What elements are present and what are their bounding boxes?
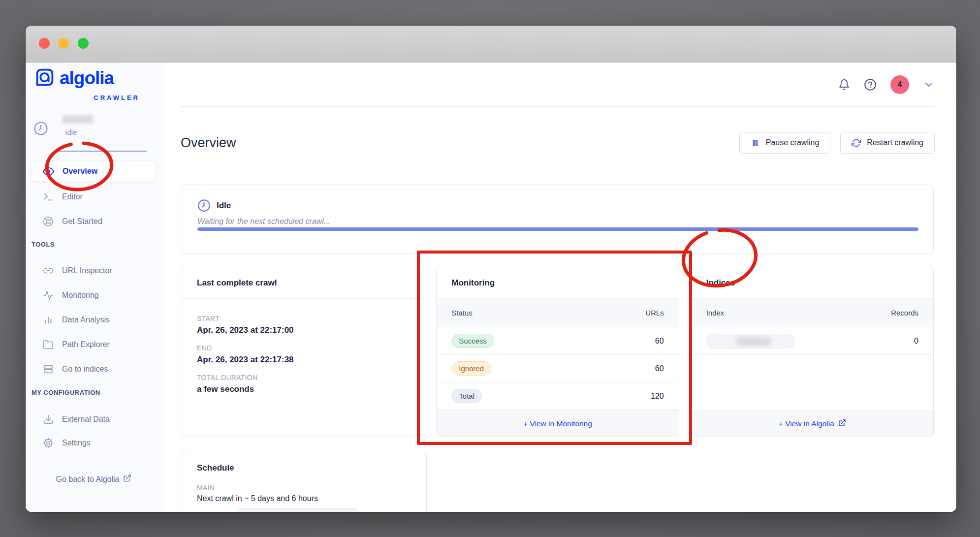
chevron-down-icon[interactable] <box>923 79 935 91</box>
url-count: 120 <box>651 392 664 401</box>
sidebar-item-overview[interactable]: Overview <box>26 162 156 180</box>
total-duration-label: TOTAL DURATION <box>197 374 409 381</box>
indices-card-footer: + View in Algolia <box>692 410 933 437</box>
page-title: Overview <box>181 135 236 151</box>
monitoring-table-header: Status URLs <box>437 299 678 327</box>
sidebar-item-monitoring[interactable]: Monitoring <box>26 286 156 304</box>
algolia-mark-icon <box>34 66 56 90</box>
sidebar-item-label: Go to indices <box>62 365 108 374</box>
records-column-header: Records <box>891 309 918 317</box>
url-count: 60 <box>655 337 664 346</box>
bar-chart-icon <box>43 315 54 325</box>
sidebar-item-label: Get Started <box>62 217 102 226</box>
sidebar-item-settings[interactable]: Settings <box>26 434 156 452</box>
banner-content: Idle Waiting for the next scheduled craw… <box>182 185 933 253</box>
download-icon <box>43 414 54 425</box>
url-count: 60 <box>655 364 664 373</box>
view-in-monitoring-link[interactable]: + View in Monitoring <box>523 419 592 428</box>
sidebar-item-label: Overview <box>63 167 97 176</box>
card-title: Monitoring <box>451 278 495 288</box>
sidebar-item-label: Editor <box>62 192 83 201</box>
minimize-window-button[interactable] <box>58 38 69 49</box>
brand-product-label: CRAWLER <box>26 94 140 101</box>
card-title: Schedule <box>197 463 234 473</box>
refresh-icon <box>852 138 861 148</box>
sidebar-item-get-started[interactable]: Get Started <box>26 213 156 230</box>
sidebar-item-url-inspector[interactable]: URL Inspector <box>26 262 156 280</box>
end-label: END <box>197 344 409 352</box>
start-value: Apr. 26, 2023 at 22:17:00 <box>197 325 409 335</box>
view-in-algolia-label: + View in Algolia <box>779 419 834 428</box>
terminal-icon <box>43 191 54 202</box>
sidebar-section-tools: TOOLS <box>32 241 55 249</box>
close-window-button[interactable] <box>39 38 50 49</box>
banner-status-subtitle: Waiting for the next scheduled crawl... <box>197 217 918 226</box>
help-icon[interactable] <box>864 78 877 91</box>
sidebar-item-go-to-indices[interactable]: Go to indices <box>26 360 156 378</box>
crawler-selector[interactable]: Idle <box>33 114 154 154</box>
notifications-bell-icon[interactable] <box>838 79 850 91</box>
restart-crawling-button[interactable]: Restart crawling <box>840 132 935 154</box>
total-duration-value: a few seconds <box>197 384 409 394</box>
sidebar-item-editor[interactable]: Editor <box>26 188 156 206</box>
sidebar-divider <box>31 106 156 106</box>
table-row: Success 60 <box>437 327 678 355</box>
last-complete-crawl-card: Last complete crawl START Apr. 26, 2023 … <box>182 267 424 437</box>
clock-icon <box>33 121 48 138</box>
macos-titlebar <box>26 26 956 63</box>
external-link-icon <box>838 419 846 429</box>
crawler-status-banner: Idle Waiting for the next scheduled craw… <box>182 185 934 254</box>
sidebar: algolia CRAWLER Idle <box>26 63 162 512</box>
user-avatar[interactable]: 4 <box>890 75 909 94</box>
sidebar-item-data-analysis[interactable]: Data Analysis <box>26 311 156 329</box>
crawler-status-label: Idle <box>65 128 77 136</box>
end-value: Apr. 26, 2023 at 22:17:38 <box>197 355 409 365</box>
clock-icon <box>197 199 211 212</box>
banner-status-title: Idle <box>217 201 231 211</box>
card-title: Last complete crawl <box>197 278 277 288</box>
status-badge: Success <box>451 334 494 348</box>
sidebar-item-path-explorer[interactable]: Path Explorer <box>26 336 156 353</box>
link-icon <box>43 265 54 276</box>
eye-icon <box>43 166 54 177</box>
sidebar-item-external-data[interactable]: External Data <box>26 411 156 428</box>
index-name-redacted <box>706 334 795 348</box>
maximize-window-button[interactable] <box>78 38 89 49</box>
table-row: Total 120 <box>437 382 678 410</box>
algolia-logo: algolia <box>34 66 114 90</box>
crawler-name-redacted <box>63 115 93 124</box>
status-column-header: Status <box>451 309 473 317</box>
urls-column-header: URLs <box>645 309 664 317</box>
topbar: 4 <box>181 63 935 107</box>
view-in-algolia-link[interactable]: + View in Algolia <box>779 419 846 429</box>
sidebar-item-label: Settings <box>62 439 91 447</box>
indices-card: Indices Index Records 0 + View in Algoli… <box>691 267 934 437</box>
schedule-card: Schedule MAIN Next crawl in ~ 5 days and… <box>182 452 427 512</box>
status-badge: Total <box>451 389 482 403</box>
gear-icon <box>43 438 54 448</box>
go-back-to-algolia-link[interactable]: Go back to Algolia <box>26 474 162 484</box>
pause-icon <box>751 138 760 148</box>
app-body: algolia CRAWLER Idle <box>26 63 956 512</box>
pause-button-label: Pause crawling <box>766 138 820 147</box>
schedule-redacted-field <box>237 508 359 512</box>
sidebar-section-my-configuration: MY CONFIGURATION <box>32 389 100 397</box>
indices-table-header: Index Records <box>692 299 933 327</box>
sidebar-item-label: Data Analysis <box>62 316 110 324</box>
sidebar-item-label: Path Explorer <box>62 340 110 349</box>
table-row: 0 <box>692 327 933 355</box>
crawl-progress-bar <box>197 227 918 231</box>
page-header: Overview Pause crawling <box>181 132 935 154</box>
brand-wordmark: algolia <box>60 68 114 89</box>
monitoring-card-footer: + View in Monitoring <box>437 410 678 437</box>
card-title: Indices <box>706 278 735 288</box>
pause-crawling-button[interactable]: Pause crawling <box>739 132 831 154</box>
server-icon <box>43 364 54 375</box>
app-window: algolia CRAWLER Idle <box>26 26 956 512</box>
life-buoy-icon <box>43 216 54 227</box>
status-badge: Ignored <box>451 361 491 376</box>
page-actions: Pause crawling Restart crawling <box>739 132 935 154</box>
sidebar-item-label: URL Inspector <box>62 266 112 275</box>
record-count: 0 <box>914 337 918 346</box>
activity-icon <box>43 290 54 301</box>
